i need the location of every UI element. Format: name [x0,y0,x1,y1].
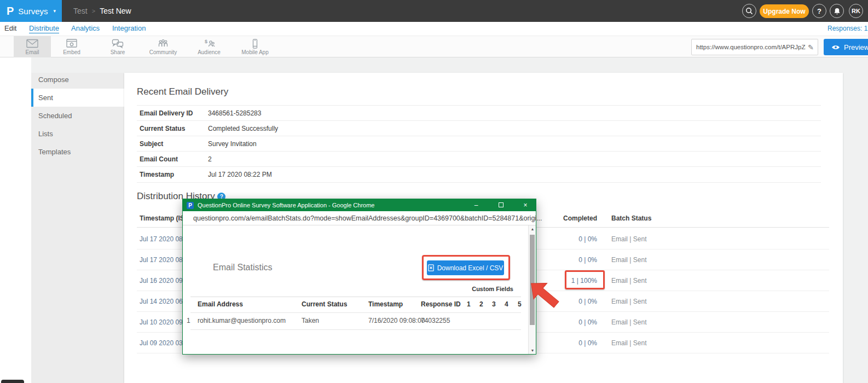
sidebar-item-templates[interactable]: Templates [31,143,124,161]
chevron-down-icon: ▾ [54,8,56,14]
embed-icon [65,39,78,49]
tab-analytics[interactable]: Analytics [71,24,100,32]
avatar[interactable]: RK [849,4,863,18]
row-response-id: 74032255 [421,312,450,329]
breadcrumb-separator: > [92,8,95,14]
col-response-id: Response ID [421,297,461,312]
search-button[interactable] [742,4,756,18]
col-custom-3: 3 [492,297,496,312]
col-custom-4: 4 [505,297,508,312]
row-email: rohit.kumar@questionpro.com [198,312,286,329]
distribute-toolbar: Email Embed Share Community $ Audienc [0,36,868,57]
tab-distribute[interactable]: Distribute [29,24,59,33]
detail-row: Timestamp Jul 17 2020 08:22 PM [137,166,821,182]
detail-row: Email Delivery ID 3468561-5285283 [137,105,821,120]
toolbar-item-share[interactable]: Share [99,36,136,57]
custom-fields-label: Custom Fields [459,286,513,292]
breadcrumb-current: Test New [100,7,131,15]
top-bar: P Surveys ▾ Test > Test New Upgrade Now … [0,0,868,22]
sidebar-item-compose[interactable]: Compose [31,71,124,89]
eye-icon [831,44,840,50]
address-url: questionpro.com/a/emailBatchStats.do?mod… [193,214,542,222]
breadcrumb-parent[interactable]: Test [73,7,88,15]
notifications-button[interactable] [830,4,844,18]
audience-icon: $ [202,39,216,49]
bell-icon [833,7,841,15]
toolbar-item-embed[interactable]: Embed [53,36,90,57]
window-content: Email Statistics Download Excel / CSV Cu… [183,225,536,354]
row-index: 1 [187,312,190,329]
sidebar-item-sent[interactable]: Sent [31,89,124,107]
mobile-app-icon [248,39,262,49]
col-email-address: Email Address [198,297,243,312]
scroll-down-icon[interactable]: ▼ [529,349,536,352]
email-sidebar: Compose Sent Scheduled Lists Templates [31,73,124,383]
col-current-status: Current Status [302,297,347,312]
svg-text:$: $ [205,39,207,44]
preview-button[interactable]: Preview [824,39,868,55]
breadcrumb: Test > Test New [73,0,131,22]
share-icon [111,39,124,49]
divider [190,329,521,330]
close-button[interactable]: × [515,199,536,211]
recent-email-delivery-title: Recent Email Delivery [137,86,228,97]
window-address-bar[interactable]: questionpro.com/a/emailBatchStats.do?mod… [183,211,536,225]
toolbar-item-mobile-app[interactable]: Mobile App [236,36,274,57]
toolbar-item-email[interactable]: Email [14,36,51,57]
annotation-arrow [526,276,565,310]
scroll-up-icon[interactable]: ▲ [529,227,536,231]
help-button[interactable]: ? [812,4,826,18]
window-title-bar[interactable]: P QuestionPro Online Survey Software App… [183,199,536,211]
row-status: Taken [302,312,319,329]
detail-row: Subject Survey Invitation [137,136,821,151]
left-gutter [0,57,31,383]
row-timestamp: 7/16/2020 09:08:00 [368,312,425,329]
col-timestamp: Timestamp [368,297,403,312]
window-title: QuestionPro Online Survey Software Appli… [198,202,462,208]
email-statistics-heading: Email Statistics [213,263,272,272]
survey-nav: Edit Distribute Analytics Integration Re… [0,22,868,36]
survey-url-input[interactable] [692,44,808,50]
survey-url-field: ✎ [691,39,818,55]
minimize-button[interactable]: – [466,199,487,211]
chat-widget-peek[interactable] [1,380,24,383]
community-icon [157,39,170,49]
sidebar-item-lists[interactable]: Lists [31,125,124,143]
maximize-button[interactable] [490,199,511,211]
surveys-menu[interactable]: P Surveys ▾ [0,0,62,22]
email-icon [26,39,39,49]
toolbar-item-community[interactable]: Community [144,36,182,57]
col-custom-2: 2 [479,297,483,312]
maximize-icon [499,202,504,207]
tab-integration[interactable]: Integration [112,24,146,32]
questionpro-favicon: P [187,202,194,209]
detail-row: Email Count 2 [137,151,821,166]
annotation-box-completed [565,270,605,289]
annotation-box-download [422,255,510,280]
toolbar-item-audience[interactable]: $ Audience [190,36,228,57]
edit-url-icon[interactable]: ✎ [808,43,818,51]
sidebar-item-scheduled[interactable]: Scheduled [31,107,124,125]
tab-edit[interactable]: Edit [4,24,16,32]
detail-row: Current Status Completed Successfully [137,120,821,136]
email-statistics-window: P QuestionPro Online Survey Software App… [182,199,536,355]
divider [137,182,821,183]
col-custom-5: 5 [518,297,522,312]
search-icon [745,7,754,15]
responses-count[interactable]: Responses: 1 [828,25,867,32]
upgrade-now-button[interactable]: Upgrade Now [760,4,809,18]
questionpro-logo: P [7,5,14,16]
col-custom-1: 1 [467,297,471,312]
